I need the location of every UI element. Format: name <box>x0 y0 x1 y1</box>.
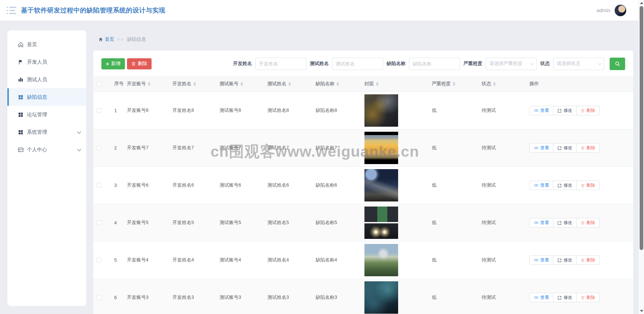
sidebar-item-system[interactable]: 系统管理 <box>7 123 86 141</box>
status-label: 状态 <box>540 61 550 67</box>
view-button[interactable]: 查看 <box>529 255 553 265</box>
edit-button[interactable]: 修改 <box>553 181 577 190</box>
row-checkbox[interactable] <box>97 146 101 150</box>
edit-button[interactable]: 修改 <box>553 106 577 115</box>
plus-icon: + <box>106 61 109 67</box>
sort-icon[interactable] <box>336 82 339 86</box>
delete-row-button[interactable]: 删除 <box>577 293 600 302</box>
test-name-label: 测试姓名 <box>310 61 329 67</box>
app-header: 基于软件研发过程中的缺陷管理系统的设计与实现 admin <box>0 0 644 21</box>
row-checkbox[interactable] <box>97 108 101 113</box>
scroll-down-icon[interactable] <box>640 310 643 312</box>
content-panel: + 新增 删除 开发姓名 测试姓名 缺陷名称 严重程度 请选择严重程度 状态 请… <box>93 51 633 314</box>
sidebar-item-home[interactable]: 首页 <box>7 36 86 53</box>
eye-icon <box>534 258 539 262</box>
test-name-input[interactable] <box>332 58 383 70</box>
sidebar-item-profile[interactable]: 个人中心 <box>7 141 86 158</box>
chevron-down-icon <box>77 147 82 151</box>
search-button[interactable] <box>610 58 625 70</box>
trash-icon <box>131 61 136 66</box>
sort-icon[interactable] <box>288 82 291 86</box>
delete-row-button[interactable]: 删除 <box>577 106 600 115</box>
defects-table: 序号 开发账号 开发姓名 测试账号 测试姓名 缺陷名称 封面 严重程度 状态 操… <box>93 76 633 314</box>
username[interactable]: admin <box>597 7 610 13</box>
delete-row-button[interactable]: 删除 <box>577 255 600 265</box>
breadcrumb-separator: >> <box>117 37 124 42</box>
trash-icon <box>581 258 585 262</box>
home-icon <box>18 41 24 48</box>
eye-icon <box>534 146 539 150</box>
sort-icon[interactable] <box>148 82 151 86</box>
sidebar-item-developers[interactable]: 开发人员 <box>7 53 86 71</box>
add-button[interactable]: + 新增 <box>101 58 125 69</box>
col-operations: 操作 <box>529 81 635 87</box>
sidebar-item-forum[interactable]: 论坛管理 <box>7 106 86 123</box>
sort-icon[interactable] <box>193 82 196 86</box>
filter-bar: 开发姓名 测试姓名 缺陷名称 严重程度 请选择严重程度 状态 请选择状态 <box>233 58 625 70</box>
col-defect-name: 缺陷名称 <box>316 81 364 87</box>
table-row: 3 开发账号6 开发姓名6 测试账号6 测试姓名6 缺陷名称6 低 待测试 查看… <box>93 167 633 204</box>
severity-select[interactable]: 请选择严重程度 <box>486 58 537 70</box>
edit-button[interactable]: 修改 <box>553 293 577 302</box>
table-row: 6 开发账号3 开发姓名3 测试账号3 测试姓名3 缺陷名称3 低 待测试 查看… <box>93 279 633 314</box>
sort-icon[interactable] <box>453 82 455 86</box>
vertical-scrollbar[interactable] <box>638 0 644 314</box>
breadcrumb-home-link[interactable]: 首页 <box>98 36 114 42</box>
dev-name-input[interactable] <box>255 58 307 70</box>
edit-button[interactable]: 修改 <box>553 143 577 153</box>
delete-button[interactable]: 删除 <box>127 58 152 69</box>
select-all-checkbox[interactable] <box>97 82 101 86</box>
col-test-name: 测试姓名 <box>267 81 316 87</box>
delete-row-button[interactable]: 删除 <box>577 181 600 190</box>
sort-icon[interactable] <box>240 82 243 86</box>
col-severity: 严重程度 <box>432 81 482 87</box>
avatar[interactable] <box>614 4 626 17</box>
trash-icon <box>581 108 585 113</box>
cover-image <box>364 169 398 201</box>
scroll-up-icon[interactable] <box>640 2 643 4</box>
scrollbar-thumb[interactable] <box>640 6 643 250</box>
table-row: 5 开发账号4 开发姓名4 测试账号4 测试姓名4 缺陷名称4 低 待测试 查看… <box>93 242 633 279</box>
edit-icon <box>557 258 562 262</box>
sort-icon[interactable] <box>493 82 496 86</box>
col-dev-account: 开发账号 <box>127 81 172 87</box>
page-title: 基于软件研发过程中的缺陷管理系统的设计与实现 <box>21 6 165 15</box>
table-row: 4 开发账号5 开发姓名5 测试账号5 测试姓名5 缺陷名称5 低 待测试 查看… <box>93 204 633 242</box>
sort-icon[interactable] <box>376 82 379 86</box>
col-cover: 封面 <box>364 81 432 87</box>
sidebar-item-defects[interactable]: 缺陷信息 <box>7 88 86 106</box>
breadcrumb: 首页 >> 缺陷信息 <box>98 36 146 42</box>
sidebar-item-label: 首页 <box>27 41 37 48</box>
view-button[interactable]: 查看 <box>529 143 553 153</box>
edit-icon <box>557 295 562 300</box>
col-test-account: 测试账号 <box>220 81 267 87</box>
edit-button[interactable]: 修改 <box>553 218 577 227</box>
search-icon <box>615 61 620 67</box>
view-button[interactable]: 查看 <box>529 181 553 190</box>
row-checkbox[interactable] <box>97 295 101 300</box>
delete-row-button[interactable]: 删除 <box>577 218 600 227</box>
table-header-row: 序号 开发账号 开发姓名 测试账号 测试姓名 缺陷名称 封面 严重程度 状态 操… <box>93 76 633 92</box>
defect-name-input[interactable] <box>409 58 460 70</box>
house-icon <box>98 37 103 42</box>
row-checkbox[interactable] <box>97 183 101 188</box>
eye-icon <box>534 221 539 225</box>
sidebar: 首页 开发人员 测试人员 缺陷信息 论坛管理 系统管理 个人中心 <box>7 30 86 306</box>
edit-button[interactable]: 修改 <box>553 255 577 265</box>
defect-name-label: 缺陷名称 <box>387 61 406 67</box>
menu-toggle-icon[interactable] <box>7 7 16 14</box>
sidebar-item-label: 测试人员 <box>27 76 47 83</box>
status-select[interactable]: 请选择状态 <box>553 58 604 70</box>
bar-chart-icon <box>18 76 24 83</box>
view-button[interactable]: 查看 <box>529 218 553 227</box>
row-checkbox[interactable] <box>97 220 101 225</box>
view-button[interactable]: 查看 <box>529 106 553 115</box>
row-checkbox[interactable] <box>97 258 101 262</box>
chevron-down-icon <box>530 61 534 65</box>
delete-row-button[interactable]: 删除 <box>577 143 600 153</box>
sidebar-item-label: 个人中心 <box>27 147 47 153</box>
view-button[interactable]: 查看 <box>529 293 553 302</box>
trash-icon <box>581 183 585 188</box>
sidebar-item-testers[interactable]: 测试人员 <box>7 71 86 88</box>
col-index: 序号 <box>107 81 127 87</box>
